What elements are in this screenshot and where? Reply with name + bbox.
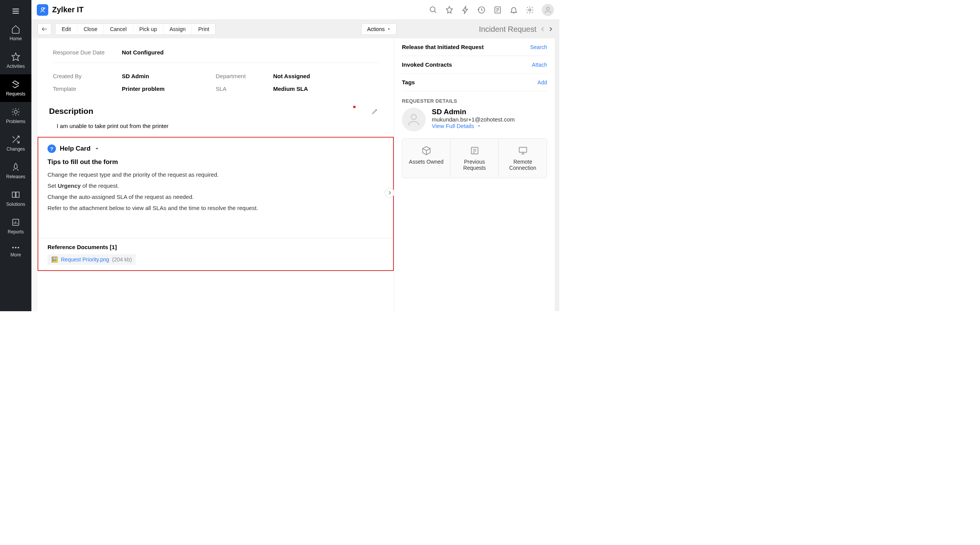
reference-docs-title: Reference Documents [1]	[48, 244, 384, 250]
help-tip: Refer to the attachment below to view al…	[48, 205, 384, 211]
close-button[interactable]: Close	[77, 24, 104, 34]
nav-label: Activities	[7, 64, 25, 69]
bolt-icon[interactable]	[461, 6, 470, 14]
nav-solutions[interactable]: Solutions	[0, 185, 31, 212]
nav-reports[interactable]: Reports	[0, 212, 31, 240]
pencil-icon[interactable]	[372, 108, 379, 115]
nav-label: Problems	[6, 119, 26, 124]
field-value: SD Admin	[122, 73, 149, 79]
cube-icon	[406, 146, 446, 156]
svg-point-18	[546, 7, 549, 10]
assign-button[interactable]: Assign	[163, 24, 192, 34]
nav-label: Changes	[7, 146, 25, 152]
next-request-icon[interactable]	[548, 25, 553, 33]
nav-home[interactable]: Home	[0, 19, 31, 47]
image-icon: 🖼️	[51, 256, 58, 263]
nav-label: More	[10, 252, 21, 258]
rocket-icon	[11, 163, 20, 172]
nav-label: Releases	[6, 174, 25, 179]
field-label: SLA	[216, 85, 273, 92]
help-tip: Change the auto-assigned SLA of the requ…	[48, 194, 384, 200]
menu-toggle-icon[interactable]	[8, 3, 24, 19]
nav-problems[interactable]: Problems	[0, 102, 31, 130]
svg-marker-3	[12, 53, 20, 61]
svg-point-8	[18, 247, 19, 248]
svg-point-9	[41, 8, 44, 10]
indicator-dot	[353, 106, 356, 108]
nav-label: Reports	[8, 229, 24, 235]
expand-panel-icon[interactable]	[385, 188, 394, 198]
help-card-title: Help Card	[60, 145, 90, 153]
nav-requests[interactable]: Requests	[0, 74, 31, 102]
nav-activities[interactable]: Activities	[0, 47, 31, 74]
svg-point-4	[14, 110, 17, 113]
actions-dropdown[interactable]: Actions	[361, 23, 397, 35]
cancel-button[interactable]: Cancel	[104, 24, 133, 34]
rp-release-search[interactable]: Search	[530, 44, 547, 50]
list-icon	[454, 146, 495, 156]
action-label: Assets Owned	[409, 159, 443, 165]
nav-label: Home	[10, 36, 22, 41]
app-logo-icon	[37, 4, 48, 16]
requester-section-title: REQUESTER DETAILS	[402, 91, 547, 108]
prev-request-icon[interactable]	[540, 25, 546, 33]
remote-connection-action[interactable]: Remote Connection	[499, 139, 547, 178]
field-label: Department	[216, 73, 273, 79]
edit-button[interactable]: Edit	[56, 24, 77, 34]
chevron-down-icon	[387, 27, 391, 31]
right-panel: Release that Initiated Request Search In…	[394, 38, 555, 311]
nav-changes[interactable]: Changes	[0, 130, 31, 157]
nav-more[interactable]: More	[0, 240, 31, 263]
user-avatar-icon[interactable]	[542, 4, 554, 16]
chart-icon	[11, 218, 20, 227]
field-value: Medium SLA	[273, 85, 308, 92]
actions-label: Actions	[367, 26, 385, 32]
back-button[interactable]	[38, 23, 51, 35]
search-icon[interactable]	[429, 6, 438, 14]
svg-point-20	[411, 115, 416, 120]
action-bar: Edit Close Cancel Pick up Assign Print A…	[31, 20, 559, 38]
app-title: Zylker IT	[52, 5, 84, 14]
requester-avatar-icon	[402, 108, 426, 131]
rp-tags-label: Tags	[402, 79, 415, 85]
nav-label: Requests	[6, 91, 26, 97]
svg-point-10	[44, 8, 45, 9]
scrollbar[interactable]	[555, 38, 559, 311]
rp-contracts-attach[interactable]: Attach	[532, 62, 547, 68]
pickup-button[interactable]: Pick up	[133, 24, 164, 34]
action-label: Remote Connection	[509, 159, 536, 171]
svg-point-6	[12, 247, 14, 248]
nav-label: Solutions	[6, 202, 25, 207]
description-heading: Description	[49, 107, 93, 116]
nav-releases[interactable]: Releases	[0, 157, 31, 185]
previous-requests-action[interactable]: Previous Requests	[451, 139, 499, 178]
rp-tags-add[interactable]: Add	[538, 79, 547, 85]
action-label: Previous Requests	[463, 159, 486, 171]
attachment-chip[interactable]: 🖼️ Request Priority.png (204 kb)	[48, 254, 136, 265]
monitor-icon	[503, 146, 543, 156]
bell-icon[interactable]	[510, 6, 518, 14]
assets-owned-action[interactable]: Assets Owned	[402, 139, 451, 178]
help-icon: ?	[48, 144, 56, 153]
pin-icon[interactable]	[445, 6, 454, 14]
chevron-down-icon[interactable]	[94, 146, 100, 151]
print-button[interactable]: Print	[192, 24, 215, 34]
bug-icon	[11, 107, 20, 117]
svg-rect-25	[519, 147, 527, 152]
history-icon[interactable]	[477, 6, 486, 14]
attachment-size: (204 kb)	[112, 256, 132, 263]
rp-release-label: Release that Initiated Request	[402, 44, 483, 50]
help-tip: Set Urgency of the request.	[48, 182, 384, 189]
description-body: I am unable to take print out from the p…	[38, 117, 394, 137]
requester-details-link[interactable]: View Full Details	[432, 123, 515, 129]
content-main: Response Due Date Not Configured Created…	[38, 38, 394, 311]
svg-point-7	[15, 247, 16, 248]
help-tip: Change the request type and the priority…	[48, 171, 384, 178]
note-icon[interactable]	[493, 6, 502, 14]
requester-actions: Assets Owned Previous Requests Remote Co…	[402, 138, 547, 178]
help-card-subtitle: Tips to fill out the form	[48, 158, 384, 166]
button-group: Edit Close Cancel Pick up Assign Print	[55, 23, 216, 35]
dots-icon	[11, 245, 20, 250]
gear-icon[interactable]	[526, 6, 534, 14]
attachment-name: Request Priority.png	[61, 256, 109, 263]
